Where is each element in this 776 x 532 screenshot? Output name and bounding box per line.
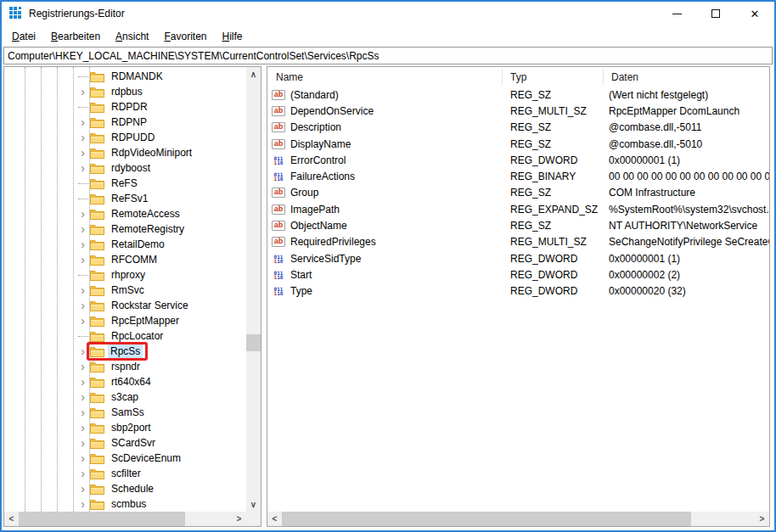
tree-item-scmbus[interactable]: › scmbus bbox=[4, 496, 246, 512]
column-header-daten[interactable]: Daten bbox=[604, 69, 769, 85]
tree-item-rockstar-service[interactable]: › Rockstar Service bbox=[4, 298, 246, 313]
value-row-requiredprivileges[interactable]: abRequiredPrivilegesREG_MULTI_SZSeChange… bbox=[267, 234, 769, 250]
scroll-right-icon[interactable]: > bbox=[755, 512, 769, 526]
tree-item-samss[interactable]: › SamSs bbox=[4, 405, 246, 420]
scroll-right-icon[interactable]: > bbox=[232, 512, 246, 526]
scroll-left-icon[interactable]: < bbox=[267, 512, 282, 526]
column-header-name[interactable]: Name bbox=[267, 69, 503, 85]
string-value-icon: ab bbox=[272, 221, 285, 231]
chevron-right-icon[interactable]: › bbox=[76, 420, 90, 435]
tree-item-rfcomm[interactable]: › RFCOMM bbox=[4, 252, 246, 267]
value-type: REG_BINARY bbox=[503, 171, 604, 182]
value-row-start[interactable]: 011110StartREG_DWORD0x00000002 (2) bbox=[267, 266, 769, 283]
tree-item-rdpbus[interactable]: › rdpbus bbox=[4, 84, 246, 99]
scroll-down-icon[interactable]: ∨ bbox=[246, 497, 261, 512]
value-row-objectname[interactable]: abObjectNameREG_SZNT AUTHORITY\NetworkSe… bbox=[267, 217, 769, 233]
value-row-imagepath[interactable]: abImagePathREG_EXPAND_SZ%SystemRoot%\sys… bbox=[267, 201, 769, 217]
tree-item-scardsvr[interactable]: › SCardSvr bbox=[4, 435, 246, 451]
value-row-standard[interactable]: ab(Standard)REG_SZ(Wert nicht festgelegt… bbox=[267, 87, 769, 103]
chevron-right-icon[interactable]: › bbox=[76, 221, 90, 237]
close-button[interactable]: ✕ bbox=[735, 2, 774, 25]
chevron-right-icon[interactable]: › bbox=[76, 237, 90, 252]
address-input[interactable]: Computer\HKEY_LOCAL_MACHINE\SYSTEM\Curre… bbox=[3, 47, 773, 64]
chevron-right-icon[interactable]: › bbox=[76, 206, 90, 221]
tree-horizontal-scrollbar[interactable]: < > bbox=[4, 512, 246, 526]
value-row-failureactions[interactable]: 011110FailureActionsREG_BINARY00 00 00 0… bbox=[267, 168, 769, 184]
chevron-right-icon[interactable]: › bbox=[76, 283, 90, 298]
values-list[interactable]: ab(Standard)REG_SZ(Wert nicht festgelegt… bbox=[267, 87, 769, 512]
value-row-displayname[interactable]: abDisplayNameREG_SZ@combase.dll,-5010 bbox=[267, 136, 769, 152]
chevron-right-icon[interactable]: › bbox=[76, 405, 90, 420]
tree-item-rdpvideominiport[interactable]: › RdpVideoMiniport bbox=[4, 145, 246, 160]
maximize-button[interactable] bbox=[696, 2, 735, 25]
value-row-group[interactable]: abGroupREG_SZCOM Infrastructure bbox=[267, 185, 769, 201]
chevron-right-icon[interactable]: › bbox=[76, 313, 90, 328]
tree-item-label: RDPUDD bbox=[109, 131, 157, 144]
scroll-left-icon[interactable]: < bbox=[4, 512, 19, 526]
tree-view[interactable]: RDMANDK› rdpbus RDPDR› RDPNP› RDPUDD› Rd… bbox=[4, 67, 246, 512]
chevron-right-icon[interactable]: › bbox=[76, 496, 90, 512]
value-name-cell: abDescription bbox=[267, 121, 503, 133]
tree-item-schedule[interactable]: › Schedule bbox=[4, 481, 246, 496]
values-hscroll-thumb[interactable] bbox=[282, 512, 691, 526]
menu-item-bearbeiten[interactable]: Bearbeiten bbox=[43, 27, 108, 46]
chevron-right-icon[interactable]: › bbox=[76, 451, 90, 466]
chevron-right-icon[interactable]: › bbox=[76, 145, 90, 160]
chevron-right-icon[interactable]: › bbox=[76, 298, 90, 313]
folder-icon bbox=[90, 285, 104, 296]
tree-hscroll-track[interactable] bbox=[19, 512, 232, 526]
tree-hscroll-thumb[interactable] bbox=[19, 512, 185, 526]
menu-item-hilfe[interactable]: Hilfe bbox=[215, 27, 250, 46]
tree-item-scfilter[interactable]: › scfilter bbox=[4, 466, 246, 481]
minimize-button[interactable] bbox=[657, 2, 696, 25]
value-row-description[interactable]: abDescriptionREG_SZ@combase.dll,-5011 bbox=[267, 120, 769, 136]
chevron-right-icon[interactable]: › bbox=[76, 130, 90, 145]
tree-item-rpcss[interactable]: › RpcSs bbox=[4, 344, 246, 359]
registry-app-icon[interactable] bbox=[8, 7, 22, 20]
tree-vertical-scrollbar[interactable]: ∧ ∨ bbox=[246, 67, 261, 512]
tree-vscroll-thumb[interactable] bbox=[246, 334, 261, 351]
tree-item-rmsvc[interactable]: › RmSvc bbox=[4, 283, 246, 298]
menu-item-favoriten[interactable]: Favoriten bbox=[156, 27, 214, 46]
tree-item-rt640x64[interactable]: › rt640x64 bbox=[4, 374, 246, 389]
chevron-right-icon[interactable]: › bbox=[76, 481, 90, 496]
scroll-up-icon[interactable]: ∧ bbox=[246, 67, 261, 81]
string-value-icon: ab bbox=[272, 204, 285, 215]
tree-item-remoteaccess[interactable]: › RemoteAccess bbox=[4, 206, 246, 221]
tree-item-refs[interactable]: ReFS bbox=[4, 176, 246, 191]
tree-item-sbp2port[interactable]: › sbp2port bbox=[4, 420, 246, 435]
tree-item-rhproxy[interactable]: rhproxy bbox=[4, 267, 246, 283]
tree-item-rdmandk[interactable]: RDMANDK bbox=[4, 69, 246, 84]
tree-item-rdpdr[interactable]: RDPDR bbox=[4, 99, 246, 115]
tree-item-scdeviceenum[interactable]: › ScDeviceEnum bbox=[4, 451, 246, 466]
tree-item-rspndr[interactable]: › rspndr bbox=[4, 359, 246, 374]
value-row-type[interactable]: 011110TypeREG_DWORD0x00000020 (32) bbox=[267, 283, 769, 300]
tree-item-s3cap[interactable]: › s3cap bbox=[4, 389, 246, 405]
value-row-dependonservice[interactable]: abDependOnServiceREG_MULTI_SZRpcEptMappe… bbox=[267, 103, 769, 119]
value-name-cell: abObjectName bbox=[267, 220, 503, 232]
chevron-right-icon[interactable]: › bbox=[76, 115, 90, 130]
tree-item-refsv1[interactable]: ReFSv1 bbox=[4, 191, 246, 206]
values-hscroll-track[interactable] bbox=[282, 512, 755, 526]
chevron-right-icon[interactable]: › bbox=[76, 374, 90, 389]
tree-item-rdyboost[interactable]: › rdyboost bbox=[4, 160, 246, 176]
tree-item-rdpudd[interactable]: › RDPUDD bbox=[4, 130, 246, 145]
chevron-right-icon[interactable]: › bbox=[76, 160, 90, 176]
tree-item-remoteregistry[interactable]: › RemoteRegistry bbox=[4, 221, 246, 237]
tree-item-rpceptmapper[interactable]: › RpcEptMapper bbox=[4, 313, 246, 328]
chevron-right-icon[interactable]: › bbox=[76, 389, 90, 405]
values-horizontal-scrollbar[interactable]: < > bbox=[267, 512, 769, 526]
menu-item-ansicht[interactable]: Ansicht bbox=[108, 27, 156, 46]
value-row-errorcontrol[interactable]: 011110ErrorControlREG_DWORD0x00000001 (1… bbox=[267, 152, 769, 168]
tree-item-label: Rockstar Service bbox=[109, 299, 191, 312]
chevron-right-icon[interactable]: › bbox=[76, 435, 90, 451]
chevron-right-icon[interactable]: › bbox=[76, 252, 90, 267]
chevron-right-icon[interactable]: › bbox=[76, 84, 90, 99]
menu-item-datei[interactable]: Datei bbox=[4, 27, 43, 46]
column-header-typ[interactable]: Typ bbox=[503, 69, 604, 85]
chevron-right-icon[interactable]: › bbox=[76, 466, 90, 481]
chevron-right-icon[interactable]: › bbox=[76, 359, 90, 374]
value-row-servicesidtype[interactable]: 011110ServiceSidTypeREG_DWORD0x00000001 … bbox=[267, 250, 769, 266]
tree-item-retaildemo[interactable]: › RetailDemo bbox=[4, 237, 246, 252]
tree-item-rdpnp[interactable]: › RDPNP bbox=[4, 115, 246, 130]
